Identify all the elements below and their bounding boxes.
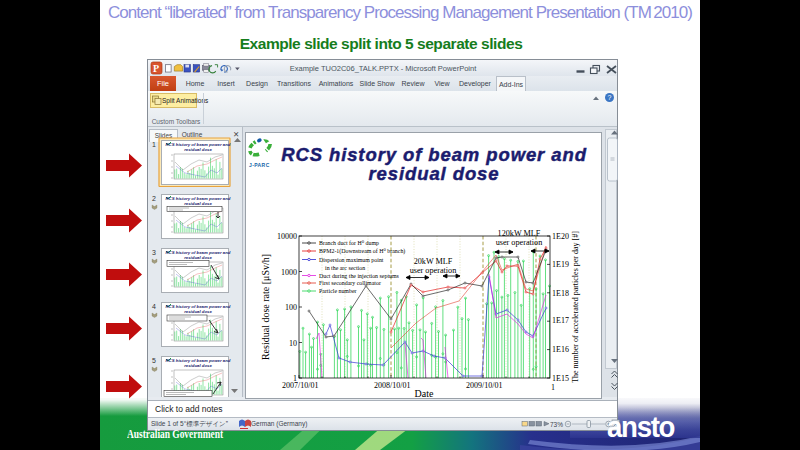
- svg-text:Particle number: Particle number: [319, 288, 356, 294]
- svg-text:20kW MLF: 20kW MLF: [414, 257, 453, 266]
- svg-text:2: 2: [152, 195, 156, 202]
- svg-text:10000: 10000: [277, 232, 297, 241]
- svg-text:Branch duct for H⁰ dump: Branch duct for H⁰ dump: [319, 240, 379, 246]
- svg-text:1E20: 1E20: [552, 232, 569, 241]
- svg-text:100: 100: [285, 303, 297, 312]
- svg-text:10: 10: [289, 339, 297, 348]
- svg-text:residual dose: residual dose: [369, 163, 500, 184]
- svg-text:73%: 73%: [550, 421, 563, 428]
- svg-text:1: 1: [152, 141, 156, 148]
- svg-text:J-PARC: J-PARC: [249, 162, 270, 168]
- svg-text:1: 1: [551, 383, 555, 392]
- svg-text:1000: 1000: [281, 268, 297, 277]
- svg-text:Dispersion maximum point: Dispersion maximum point: [319, 257, 384, 263]
- svg-text:120kW MLF: 120kW MLF: [498, 229, 541, 238]
- svg-text:P: P: [153, 63, 159, 74]
- svg-text:1E16: 1E16: [552, 345, 569, 354]
- svg-text:1E15: 1E15: [552, 374, 569, 383]
- svg-text:Residual dose rate [μSv/h]: Residual dose rate [μSv/h]: [260, 254, 271, 360]
- svg-text:3: 3: [152, 249, 156, 256]
- svg-text:Duct during the injection sept: Duct during the injection septums: [319, 273, 400, 279]
- svg-text:First secondary collimator: First secondary collimator: [319, 280, 381, 286]
- svg-text:user operation: user operation: [496, 238, 543, 247]
- svg-text:4: 4: [152, 303, 156, 310]
- svg-text:Date: Date: [415, 388, 434, 398]
- svg-text:1E19: 1E19: [552, 260, 569, 269]
- svg-text:2008/10/01: 2008/10/01: [374, 381, 410, 390]
- svg-text:1E17: 1E17: [552, 316, 569, 325]
- svg-text:BPM2-1(Downstream of H⁰ branch: BPM2-1(Downstream of H⁰ branch): [319, 248, 405, 255]
- svg-text:user operation: user operation: [410, 266, 457, 275]
- svg-text:2007/10/01: 2007/10/01: [282, 381, 318, 390]
- svg-text:1E18: 1E18: [552, 289, 569, 298]
- svg-text:The number of accelerated part: The number of accelerated particles per …: [571, 231, 580, 383]
- svg-text:5: 5: [152, 357, 156, 364]
- svg-text:in the arc section: in the arc section: [325, 265, 365, 271]
- svg-text:2009/10/01: 2009/10/01: [466, 381, 502, 390]
